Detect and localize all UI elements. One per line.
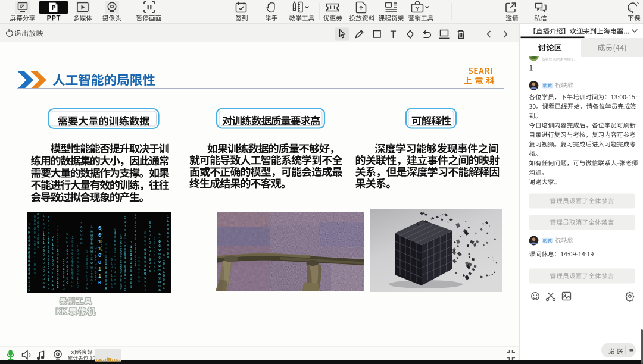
svg-text:0: 0 <box>98 253 101 259</box>
svg-text:1: 1 <box>71 275 74 279</box>
svg-text:1: 1 <box>57 285 59 289</box>
svg-text:1: 1 <box>34 275 36 280</box>
svg-text:0: 0 <box>76 285 79 289</box>
svg-text:1: 1 <box>163 286 166 290</box>
svg-text:0: 0 <box>98 280 101 286</box>
svg-text:1: 1 <box>98 266 101 272</box>
svg-text:1: 1 <box>130 285 132 290</box>
svg-text:1: 1 <box>98 246 101 252</box>
svg-text:1: 1 <box>28 271 30 275</box>
svg-text:1: 1 <box>98 274 101 280</box>
svg-text:1: 1 <box>135 263 137 267</box>
svg-text:0: 0 <box>71 284 74 288</box>
svg-text:1: 1 <box>90 274 93 278</box>
svg-text:0: 0 <box>48 286 50 290</box>
svg-text:1: 1 <box>135 237 137 241</box>
svg-text:1: 1 <box>86 286 88 290</box>
svg-text:1: 1 <box>144 288 146 293</box>
svg-text:0: 0 <box>80 241 83 246</box>
svg-text:0: 0 <box>98 233 101 239</box>
svg-text:0: 0 <box>124 288 126 292</box>
svg-text:0: 0 <box>66 281 68 285</box>
svg-text:1: 1 <box>95 278 97 283</box>
svg-text:1: 1 <box>124 273 126 277</box>
svg-text:0: 0 <box>110 285 113 290</box>
svg-text:0: 0 <box>43 285 45 290</box>
svg-text:1: 1 <box>37 245 39 249</box>
svg-text:1: 1 <box>138 279 141 283</box>
svg-text:0: 0 <box>167 255 170 259</box>
svg-text:0: 0 <box>158 288 161 293</box>
svg-text:0: 0 <box>98 225 101 231</box>
svg-text:0: 0 <box>154 269 156 274</box>
svg-text:0: 0 <box>63 287 65 291</box>
svg-text:0: 0 <box>51 287 54 291</box>
svg-text:1: 1 <box>90 283 93 287</box>
svg-text:1: 1 <box>114 247 116 252</box>
svg-text:1: 1 <box>98 239 101 245</box>
svg-text:1: 1 <box>28 288 30 292</box>
svg-text:0: 0 <box>98 260 101 266</box>
svg-text:0: 0 <box>114 283 116 287</box>
svg-text:1: 1 <box>105 286 107 290</box>
svg-text:0: 0 <box>149 269 151 274</box>
svg-text:1: 1 <box>120 288 122 293</box>
